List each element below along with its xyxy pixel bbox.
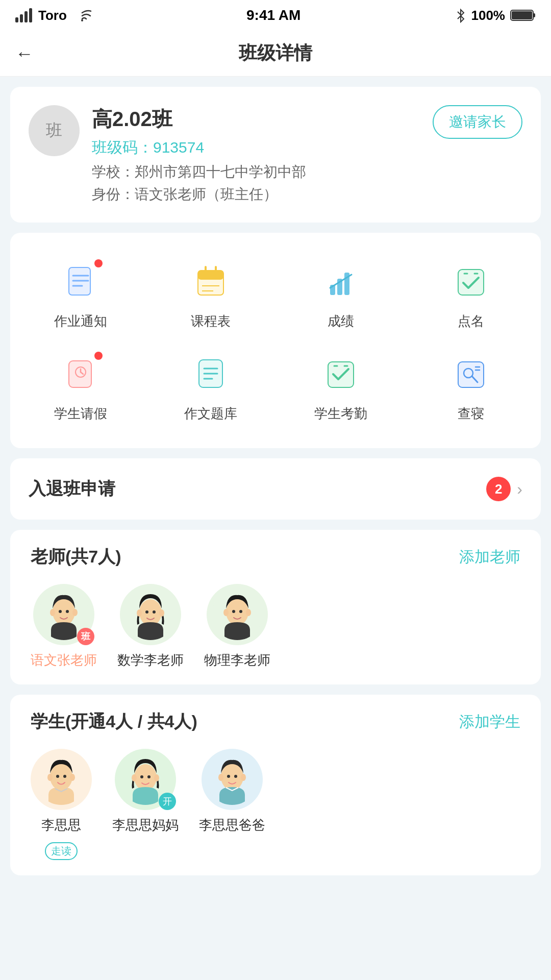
students-title: 学生(开通4人 / 共4人): [31, 710, 197, 733]
status-right: 100%: [456, 8, 536, 23]
menu-item-schedule[interactable]: 课程表: [145, 248, 276, 340]
svg-rect-3: [512, 11, 532, 19]
svg-point-47: [153, 610, 156, 614]
student-item-2[interactable]: 李思思爸爸: [199, 749, 265, 860]
student-open-badge-1: 开: [159, 793, 176, 810]
svg-point-53: [239, 610, 242, 613]
status-left: Toro: [15, 8, 91, 23]
svg-point-41: [66, 610, 69, 613]
class-role: 身份：语文张老师（班主任）: [92, 185, 306, 204]
attendance-icon: [323, 356, 359, 391]
status-time: 9:41 AM: [246, 7, 300, 23]
essay-icon: [193, 356, 229, 391]
teacher-item-1[interactable]: 数学李老师: [117, 584, 184, 669]
svg-rect-28: [328, 362, 354, 387]
menu-label-grade: 成绩: [328, 312, 354, 330]
page-header: ← 班级详情: [0, 31, 551, 77]
schedule-icon: [193, 263, 229, 299]
chevron-right-icon: ›: [517, 480, 522, 499]
page-title: 班级详情: [239, 41, 312, 66]
enrollment-row[interactable]: 入退班申请 2 ›: [10, 458, 541, 520]
teacher-face-2: [212, 589, 263, 640]
teacher-item-0[interactable]: 班 语文张老师: [31, 584, 97, 669]
quick-menu-card: 作业通知 课程表: [10, 233, 541, 448]
student-name-2: 李思思爸爸: [199, 816, 265, 834]
bluetooth-icon: [456, 8, 466, 23]
student-item-1[interactable]: 开 李思思妈妈: [112, 749, 179, 860]
student-item-0[interactable]: 李思思 走读: [31, 749, 92, 860]
svg-point-70: [227, 775, 230, 778]
teachers-header: 老师(共7人) 添加老师: [10, 530, 541, 579]
teacher-name-2: 物理李老师: [204, 651, 270, 669]
svg-point-37: [53, 599, 75, 625]
teacher-item-2[interactable]: 物理李老师: [204, 584, 270, 669]
class-info-row: 班 高2.02班 班级码：913574 学校：郑州市第四十七中学初中部 身份：语…: [29, 105, 522, 204]
teacher-avatar-2: [207, 584, 268, 645]
wifi-icon: [73, 9, 91, 22]
svg-rect-20: [69, 361, 91, 387]
svg-point-63: [154, 774, 159, 781]
svg-point-46: [145, 610, 148, 614]
students-list: 李思思 走读 开 李思: [10, 744, 541, 875]
student-avatar-2: [202, 749, 263, 810]
menu-item-dormcheck[interactable]: 查寝: [406, 340, 536, 433]
menu-item-attendance[interactable]: 学生考勤: [276, 340, 406, 433]
student-name-1: 李思思妈妈: [112, 816, 179, 834]
menu-item-rollcall[interactable]: 点名: [406, 248, 536, 340]
grade-icon: [323, 263, 359, 299]
back-button[interactable]: ←: [15, 43, 34, 64]
status-bar: Toro 9:41 AM 100%: [0, 0, 551, 31]
add-teacher-button[interactable]: 添加老师: [459, 547, 520, 568]
svg-point-44: [137, 609, 142, 617]
class-code: 班级码：913574: [92, 137, 306, 158]
class-icon: 班: [29, 105, 80, 156]
svg-rect-31: [458, 362, 484, 387]
svg-point-56: [47, 774, 53, 781]
svg-point-62: [132, 774, 137, 781]
svg-rect-2: [533, 13, 535, 17]
teachers-section: 老师(共7人) 添加老师: [10, 530, 541, 684]
menu-label-dormcheck: 查寝: [458, 405, 484, 423]
teachers-list: 班 语文张老师: [10, 579, 541, 684]
class-info-card: 班 高2.02班 班级码：913574 学校：郑州市第四十七中学初中部 身份：语…: [10, 87, 541, 223]
svg-point-0: [81, 19, 83, 21]
enrollment-title: 入退班申请: [29, 477, 115, 501]
carrier-label: Toro: [38, 8, 67, 23]
dormcheck-icon: [453, 356, 489, 391]
svg-point-43: [139, 599, 162, 626]
student-face-0: [36, 754, 87, 805]
enrollment-badge: 2: [486, 477, 511, 501]
homework-icon: [63, 263, 98, 299]
svg-point-64: [140, 775, 143, 778]
svg-point-40: [59, 610, 62, 613]
menu-item-grade[interactable]: 成绩: [276, 248, 406, 340]
menu-label-attendance: 学生考勤: [314, 405, 367, 423]
svg-rect-9: [198, 271, 223, 280]
student-tag-0: 走读: [45, 842, 78, 860]
svg-point-59: [63, 775, 66, 778]
svg-point-57: [70, 774, 75, 781]
students-section: 学生(开通4人 / 共4人) 添加学生: [10, 695, 541, 875]
svg-point-49: [226, 599, 248, 625]
student-avatar-1: 开: [115, 749, 176, 810]
menu-label-homework: 作业通知: [54, 312, 107, 330]
invite-parent-button[interactable]: 邀请家长: [433, 105, 522, 139]
signal-icon: [15, 8, 32, 22]
class-details: 高2.02班 班级码：913574 学校：郑州市第四十七中学初中部 身份：语文张…: [92, 105, 306, 204]
add-student-button[interactable]: 添加学生: [459, 712, 520, 732]
menu-label-rollcall: 点名: [458, 312, 484, 330]
svg-point-39: [72, 609, 78, 616]
teacher-avatar-0: 班: [33, 584, 94, 645]
rollcall-icon: [453, 263, 489, 299]
menu-item-essay[interactable]: 作文题库: [145, 340, 276, 433]
class-leader-badge: 班: [77, 628, 94, 645]
students-header: 学生(开通4人 / 共4人) 添加学生: [10, 695, 541, 744]
svg-point-51: [246, 609, 251, 616]
menu-grid: 作业通知 课程表: [15, 238, 536, 443]
menu-item-leave[interactable]: 学生请假: [15, 340, 145, 433]
menu-item-homework[interactable]: 作业通知: [15, 248, 145, 340]
leave-notification-dot: [94, 352, 103, 360]
class-name: 高2.02班: [92, 105, 306, 133]
svg-point-50: [223, 609, 229, 616]
teachers-title: 老师(共7人): [31, 545, 121, 569]
